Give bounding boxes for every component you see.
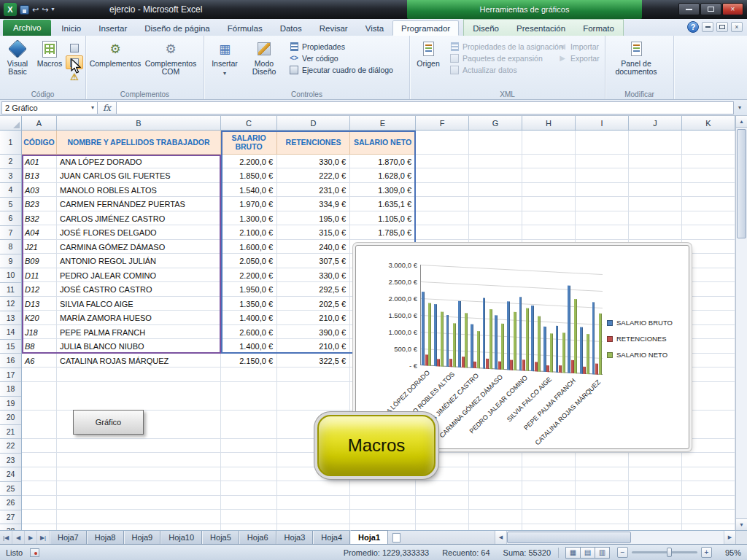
restore-workbook-button[interactable]	[716, 22, 728, 32]
cell-nombre[interactable]: MARÍA ZAMORA HUESO	[57, 311, 221, 326]
importar-button[interactable]: ◀ Importar	[557, 42, 600, 51]
row-header-14[interactable]: 14	[0, 325, 21, 340]
row-header-12[interactable]: 12	[0, 297, 21, 311]
tab-insertar[interactable]: Insertar	[90, 20, 136, 36]
cell-bruto[interactable]: 1.950,0 €	[221, 283, 277, 298]
cell-bruto[interactable]: 2.150,0 €	[221, 354, 277, 368]
legend-item[interactable]: RETENCIONES	[607, 335, 673, 343]
zoom-out-icon[interactable]: −	[617, 547, 628, 558]
cell-bruto[interactable]: 1.850,0 €	[221, 169, 277, 184]
cell-retenciones[interactable]: 202,5 €	[277, 297, 350, 311]
name-box[interactable]: 2 Gráfico ▾	[1, 101, 98, 114]
cell-retenciones[interactable]: 210,0 €	[277, 340, 350, 354]
record-macro-button[interactable]	[66, 41, 83, 55]
cell-nombre[interactable]: ANA LÓPEZ DORADO	[57, 155, 221, 169]
close-button[interactable]: ×	[722, 3, 743, 15]
expand-formula-bar-icon[interactable]: ▾	[734, 101, 746, 114]
cell-neto[interactable]: 1.785,0 €	[350, 226, 416, 241]
column-header-f[interactable]: F	[416, 116, 469, 131]
cell-retenciones[interactable]: 292,5 €	[277, 283, 350, 298]
cell-codigo[interactable]: A04	[22, 226, 57, 241]
record-macro-status-icon[interactable]	[30, 548, 39, 557]
formula-input[interactable]	[117, 101, 734, 114]
cell-retenciones[interactable]: 322,5 €	[277, 354, 350, 368]
row-header-7[interactable]: 7	[0, 226, 21, 241]
column-header-d[interactable]: D	[277, 116, 350, 131]
cell-codigo[interactable]: D11	[22, 268, 57, 283]
cell-bruto[interactable]: 1.350,0 €	[221, 297, 277, 311]
row-header-24[interactable]: 24	[0, 467, 21, 482]
vertical-scroll-thumb[interactable]	[737, 129, 746, 238]
horizontal-scrollbar[interactable]: ◀ ▶	[495, 531, 735, 544]
sheet-tab-hoja10[interactable]: Hoja10	[160, 531, 202, 544]
cell-retenciones[interactable]: 315,0 €	[277, 226, 350, 241]
cell-bruto[interactable]: 1.400,0 €	[221, 311, 277, 326]
row-header-3[interactable]: 3	[0, 169, 21, 184]
panel-documentos-button[interactable]: Panel de documentos	[607, 38, 665, 88]
cell-codigo[interactable]: A6	[22, 354, 57, 368]
sheet-tab-hoja4[interactable]: Hoja4	[313, 531, 350, 544]
tab-programador[interactable]: Programador	[392, 20, 459, 36]
row-header-1[interactable]: 1	[0, 131, 21, 155]
row-header-15[interactable]: 15	[0, 340, 21, 354]
close-workbook-button[interactable]: ×	[731, 22, 743, 32]
cell-retenciones[interactable]: 334,9 €	[277, 198, 350, 212]
redo-icon[interactable]: ↪	[42, 3, 48, 16]
cell-nombre[interactable]: PEPE PALMA FRANCH	[57, 325, 221, 340]
page-break-view-icon[interactable]: ▥	[595, 547, 610, 559]
origen-button[interactable]: Origen	[411, 38, 445, 88]
cell-codigo[interactable]: B13	[22, 169, 57, 184]
cell-neto[interactable]: 1.105,0 €	[350, 211, 416, 226]
row-header-17[interactable]: 17	[0, 368, 21, 383]
ver-codigo-button[interactable]: <> Ver código	[289, 53, 393, 63]
minimize-workbook-button[interactable]	[702, 22, 713, 32]
cell-retenciones[interactable]: 210,0 €	[277, 311, 350, 326]
cells[interactable]: CÓDIGONOMBRE Y APELLIDOS TRABAJADORSALAR…	[22, 131, 735, 530]
cell-retenciones[interactable]: 222,0 €	[277, 169, 350, 184]
row-header-21[interactable]: 21	[0, 425, 21, 440]
last-sheet-icon[interactable]: ▶|	[37, 531, 50, 544]
zoom-slider-thumb[interactable]	[667, 548, 672, 557]
cell-retenciones[interactable]: 231,0 €	[277, 183, 350, 198]
row-header-18[interactable]: 18	[0, 382, 21, 397]
cell-nombre[interactable]: JOSÉ FLORES DELGADO	[57, 226, 221, 241]
cell-codigo[interactable]: D12	[22, 283, 57, 298]
row-header-19[interactable]: 19	[0, 397, 21, 411]
row-header-4[interactable]: 4	[0, 183, 21, 198]
row-header-22[interactable]: 22	[0, 439, 21, 454]
tab-datos[interactable]: Datos	[271, 20, 311, 36]
tab-diseno[interactable]: Diseño	[464, 20, 508, 36]
cell-codigo[interactable]: A01	[22, 155, 57, 169]
sheet-tab-hoja9[interactable]: Hoja9	[124, 531, 161, 544]
cell-codigo[interactable]: J21	[22, 240, 57, 254]
cell-codigo[interactable]: B23	[22, 198, 57, 212]
sheet-tab-hoja8[interactable]: Hoja8	[87, 531, 124, 544]
grafico-form-button[interactable]: Gráfico	[73, 410, 144, 435]
row-header-13[interactable]: 13	[0, 311, 21, 326]
scroll-down-icon[interactable]: ▼	[736, 518, 747, 530]
sheet-tab-hoja1[interactable]: Hoja1	[350, 530, 388, 544]
cell-codigo[interactable]: B09	[22, 254, 57, 269]
tab-inicio[interactable]: Inicio	[53, 20, 90, 36]
horizontal-scroll-thumb[interactable]	[507, 532, 631, 543]
cell-bruto[interactable]: 2.600,0 €	[221, 325, 277, 340]
cell-bruto[interactable]: 1.600,0 €	[221, 240, 277, 254]
cell-retenciones[interactable]: 240,0 €	[277, 240, 350, 254]
modo-diseno-button[interactable]: Modo Diseño	[244, 38, 285, 88]
first-sheet-icon[interactable]: |◀	[0, 531, 12, 544]
propiedades-button[interactable]: Propiedades	[289, 42, 393, 51]
cell-codigo[interactable]: D13	[22, 297, 57, 311]
cell-bruto[interactable]: 2.050,0 €	[221, 254, 277, 269]
insert-sheet-button[interactable]	[388, 531, 404, 544]
cell-retenciones[interactable]: 390,0 €	[277, 325, 350, 340]
row-header-23[interactable]: 23	[0, 454, 21, 468]
help-icon[interactable]: ?	[687, 21, 699, 33]
column-header-j[interactable]: J	[629, 116, 682, 131]
cell-bruto[interactable]: 1.970,0 €	[221, 198, 277, 212]
column-header-g[interactable]: G	[469, 116, 522, 131]
cell-codigo[interactable]: K20	[22, 311, 57, 326]
row-header-6[interactable]: 6	[0, 211, 21, 226]
propiedades-asignacion-button[interactable]: Propiedades de la asignación	[449, 42, 550, 51]
cell-codigo[interactable]: B32	[22, 211, 57, 226]
cell-bruto[interactable]: 2.100,0 €	[221, 226, 277, 241]
